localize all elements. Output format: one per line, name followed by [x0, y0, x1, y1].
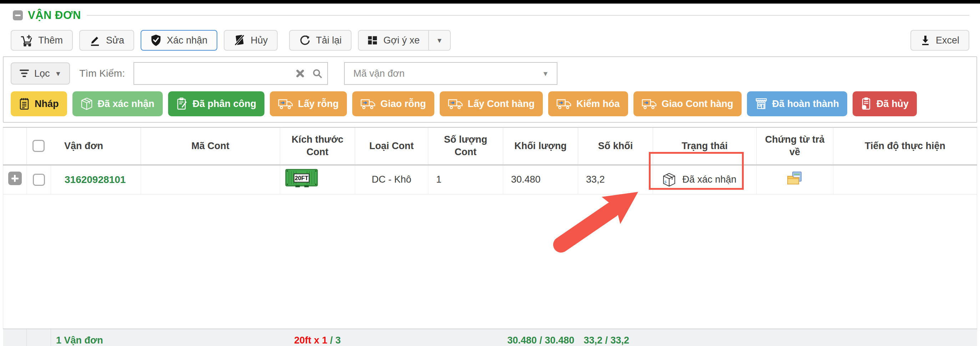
status-badge-deliver-empty[interactable]: Giao rỗng [352, 91, 434, 116]
footer-weight-total: 30.480 / 30.480 [503, 329, 578, 346]
cancel-button[interactable]: Hủy [224, 30, 278, 51]
header-label: Kích thước Cont [291, 134, 343, 157]
header-label: Trạng thái [682, 141, 728, 151]
add-button[interactable]: Thêm [11, 30, 73, 51]
expand-row-button[interactable] [8, 171, 22, 185]
header-van-don[interactable]: Vận đơn [27, 127, 141, 165]
select-all-checkbox[interactable] [32, 140, 45, 152]
status-badge-label: Lấy Cont hàng [468, 98, 535, 110]
excel-button-label: Excel [936, 35, 959, 46]
top-black-bar [0, 0, 980, 3]
filter-button-label: Lọc [34, 68, 50, 79]
status-badge-completed[interactable]: Đã hoàn thành [747, 91, 848, 116]
status-badge-label: Giao rỗng [380, 98, 426, 110]
table-header-row: Vận đơn Mã Cont Kích thước Cont Loại Con… [3, 127, 977, 165]
filter-panel: Lọc ▼ Tìm Kiếm: Mã vận đơn ▼ [3, 56, 977, 123]
header-loai-cont[interactable]: Loại Cont [355, 127, 428, 165]
header-label: Chứng từ trả về [765, 134, 825, 157]
edit-button[interactable]: Sửa [79, 30, 134, 51]
confirm-button[interactable]: Xác nhận [141, 30, 217, 51]
header-kich-thuoc-cont[interactable]: Kích thước Cont [280, 127, 355, 165]
suggest-vehicle-label: Gợi ý xe [383, 35, 420, 46]
status-badge-pick-empty[interactable]: Lấy rỗng [270, 91, 347, 116]
status-badge-bar: Nháp Đã xác nhận Đã phân công [11, 91, 969, 116]
cont-size-total: / 3 [327, 335, 341, 346]
header-ma-cont[interactable]: Mã Cont [141, 127, 280, 165]
header-so-luong-cont[interactable]: Số lượng Cont [428, 127, 503, 165]
header-khoi-luong[interactable]: Khối lượng [503, 127, 578, 165]
status-badge-label: Đã hoàn thành [772, 98, 839, 110]
status-badge-cancelled[interactable]: Đã hủy [853, 91, 917, 116]
header-label: Tiến độ thực hiện [865, 141, 945, 151]
cell-ma-cont [141, 165, 280, 194]
filter-button[interactable]: Lọc ▼ [11, 62, 70, 84]
download-icon [920, 35, 931, 46]
search-box [134, 62, 328, 85]
footer-loai-cont-cell [355, 329, 428, 346]
header-label: Khối lượng [514, 141, 567, 151]
confirm-button-label: Xác nhận [167, 35, 207, 46]
status-badge-deliver-loaded[interactable]: Giao Cont hàng [633, 91, 741, 116]
header-label: Mã Cont [191, 141, 229, 151]
shield-check-icon [151, 34, 161, 46]
cart-plus-icon [21, 34, 33, 46]
folder-document-icon[interactable] [787, 171, 803, 186]
truck-icon [448, 98, 463, 110]
cell-so-khoi: 33,2 [578, 165, 653, 194]
header-label: Vận đơn [64, 141, 103, 151]
truck-icon [278, 98, 293, 110]
header-label: Số khối [598, 141, 633, 151]
status-badge-label: Đã hủy [877, 98, 908, 110]
footer-volume-total: 33,2 / 33,2 [578, 329, 653, 346]
header-chung-tu-tra-ve[interactable]: Chứng từ trả về [757, 127, 833, 165]
filter-row: Lọc ▼ Tìm Kiếm: Mã vận đơn ▼ [11, 62, 969, 85]
edit-button-label: Sửa [106, 35, 124, 46]
select-value: Mã vận đơn [345, 68, 405, 79]
header-so-khoi[interactable]: Số khối [578, 127, 653, 165]
toolbar: Thêm Sửa Xác nhận Hủy [11, 30, 969, 51]
cancel-button-label: Hủy [251, 35, 268, 46]
status-badge-label: Đã xác nhận [98, 98, 154, 110]
cont-size-used: 20ft x 1 [294, 335, 327, 346]
cell-expand [3, 165, 27, 194]
empty-table-area [3, 194, 977, 329]
row-checkbox[interactable] [33, 174, 45, 186]
container-20ft-icon: 20FT [285, 169, 318, 188]
clear-icon[interactable] [296, 69, 304, 78]
header-tien-do-thuc-hien[interactable]: Tiến độ thực hiện [833, 127, 977, 165]
search-field-select[interactable]: Mã vận đơn ▼ [344, 62, 557, 85]
header-trang-thai[interactable]: Trạng thái [653, 127, 757, 165]
excel-export-button[interactable]: Excel [910, 30, 969, 51]
orders-table: Vận đơn Mã Cont Kích thước Cont Loại Con… [3, 127, 977, 346]
status-value-wrap: Đã xác nhận [653, 172, 756, 187]
cancel-slash-icon [234, 34, 245, 46]
refresh-icon [299, 35, 310, 46]
footer-trang-thai-cell [653, 329, 757, 346]
chevron-down-icon: ▼ [55, 70, 62, 77]
header-expand [3, 127, 27, 165]
search-label: Tìm Kiếm: [79, 68, 125, 79]
suggest-vehicle-button[interactable]: Gợi ý xe [359, 31, 428, 50]
suggest-vehicle-split-button: Gợi ý xe ▼ [358, 30, 451, 51]
reload-button[interactable]: Tải lại [289, 30, 352, 51]
page-title: VẬN ĐƠN [28, 9, 81, 22]
status-badge-label: Giao Cont hàng [662, 98, 733, 110]
status-badge-assigned[interactable]: Đã phân công [168, 91, 265, 116]
reload-button-label: Tải lại [316, 35, 342, 46]
grid-icon [367, 35, 378, 46]
status-badge-draft[interactable]: Nháp [11, 91, 67, 116]
cont-qty: 1 [436, 174, 441, 185]
title-divider [87, 15, 969, 16]
search-icon[interactable] [312, 68, 322, 78]
footer-tien-do-cell [833, 329, 977, 346]
footer-chung-tu-cell [757, 329, 833, 346]
cell-trang-thai: Đã xác nhận [653, 165, 757, 194]
status-badge-customs-check[interactable]: Kiểm hóa [548, 91, 628, 116]
status-badge-pick-loaded[interactable]: Lấy Cont hàng [440, 91, 543, 116]
svg-text:20FT: 20FT [295, 175, 309, 181]
suggest-vehicle-dropdown-toggle[interactable]: ▼ [429, 31, 450, 50]
cell-loai-cont: DC - Khô [355, 165, 428, 194]
status-badge-confirmed[interactable]: Đã xác nhận [72, 91, 163, 116]
order-code-link[interactable]: 31620928101 [51, 174, 126, 185]
collapse-section-icon[interactable] [13, 10, 23, 20]
